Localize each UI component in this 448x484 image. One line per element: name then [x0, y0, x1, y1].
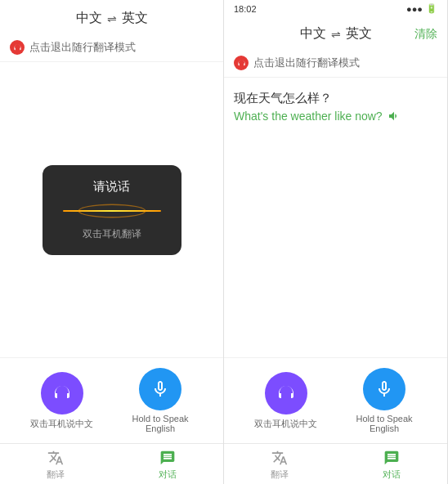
left-arrow-icon: ⇌ [107, 12, 117, 25]
left-english-speak-circle[interactable] [139, 368, 181, 410]
left-bottom-buttons: 双击耳机说中文 Hold to Speak English [0, 357, 223, 443]
right-english-speak-circle[interactable] [363, 368, 405, 410]
left-header-title: 中文 ⇌ 英文 [76, 10, 148, 27]
left-panel: 中文 ⇌ 英文 点击退出随行翻译模式 请说话 双击耳机翻译 [0, 0, 224, 484]
left-chinese-speak-label: 双击耳机说中文 [30, 418, 93, 430]
right-headphone-icon [234, 56, 249, 70]
right-sound-icon[interactable] [388, 110, 401, 123]
right-status-icons: ●●● 🔋 [406, 3, 437, 14]
left-conversation-icon [159, 449, 177, 467]
left-double-tap-hint: 双击耳机翻译 [83, 227, 141, 241]
left-english-speak-btn[interactable]: Hold to Speak English [128, 368, 193, 433]
left-chinese-speak-circle[interactable] [41, 372, 83, 415]
left-target-lang: 英文 [122, 10, 148, 27]
right-chinese-speak-btn[interactable]: 双击耳机说中文 [254, 372, 317, 430]
left-english-speak-label: Hold to Speak English [128, 414, 193, 433]
left-waveform-line [63, 210, 161, 212]
left-waveform [63, 201, 161, 221]
right-translate-icon [271, 449, 289, 467]
right-chat-bubble: 现在天气怎么样？ What's the weather like now? [234, 91, 437, 123]
left-speaking-modal: 请说话 双击耳机翻译 [43, 165, 181, 255]
right-chat-answer: What's the weather like now? [234, 110, 437, 123]
right-time: 18:02 [234, 4, 257, 14]
right-chat-area: 现在天气怎么样？ What's the weather like now? [224, 78, 447, 357]
right-english-speak-label: Hold to Speak English [352, 414, 417, 433]
right-bottom-buttons: 双击耳机说中文 Hold to Speak English [224, 357, 447, 443]
right-chinese-speak-circle[interactable] [265, 372, 307, 415]
right-conversation-label: 对话 [383, 468, 401, 481]
left-translation-banner[interactable]: 点击退出随行翻译模式 [0, 34, 223, 62]
left-translate-label: 翻译 [47, 468, 65, 481]
right-chinese-speak-label: 双击耳机说中文 [254, 418, 317, 430]
right-wifi-icon: ●●● [406, 4, 423, 14]
left-nav-conversation[interactable]: 对话 [112, 449, 224, 481]
right-target-lang: 英文 [346, 25, 372, 43]
right-source-lang: 中文 [300, 25, 326, 43]
right-clear-button[interactable]: 清除 [414, 27, 437, 42]
left-conversation-label: 对话 [159, 468, 177, 481]
right-arrow-icon: ⇌ [331, 28, 341, 41]
left-bottom-nav: 翻译 对话 [0, 443, 223, 484]
left-speaking-title: 请说话 [93, 179, 130, 195]
right-translation-banner[interactable]: 点击退出随行翻译模式 [224, 49, 447, 78]
left-chinese-speak-btn[interactable]: 双击耳机说中文 [30, 372, 93, 430]
left-translate-icon [47, 449, 65, 467]
right-chat-question: 现在天气怎么样？ [234, 91, 437, 106]
right-battery-icon: 🔋 [426, 3, 437, 14]
right-bottom-nav: 翻译 对话 [224, 443, 447, 484]
left-nav-translate[interactable]: 翻译 [0, 449, 112, 481]
left-source-lang: 中文 [76, 10, 102, 27]
right-chat-answer-text: What's the weather like now? [234, 110, 383, 123]
right-nav-translate[interactable]: 翻译 [224, 449, 336, 481]
left-chat-area: 请说话 双击耳机翻译 [0, 62, 223, 357]
right-english-speak-btn[interactable]: Hold to Speak English [352, 368, 417, 433]
left-banner-text: 点击退出随行翻译模式 [29, 40, 136, 55]
left-header: 中文 ⇌ 英文 [0, 0, 223, 34]
right-conversation-icon [383, 449, 401, 467]
right-banner-text: 点击退出随行翻译模式 [253, 56, 360, 70]
right-header: 中文 ⇌ 英文 清除 [224, 16, 447, 49]
right-header-title: 中文 ⇌ 英文 [300, 25, 372, 43]
right-translate-label: 翻译 [271, 468, 289, 481]
right-nav-conversation[interactable]: 对话 [336, 449, 448, 481]
right-panel: 18:02 ●●● 🔋 中文 ⇌ 英文 清除 点击退出随行翻译模式 现在天气怎么… [224, 0, 448, 484]
left-headphone-icon [10, 40, 25, 55]
right-status-bar: 18:02 ●●● 🔋 [224, 0, 447, 16]
